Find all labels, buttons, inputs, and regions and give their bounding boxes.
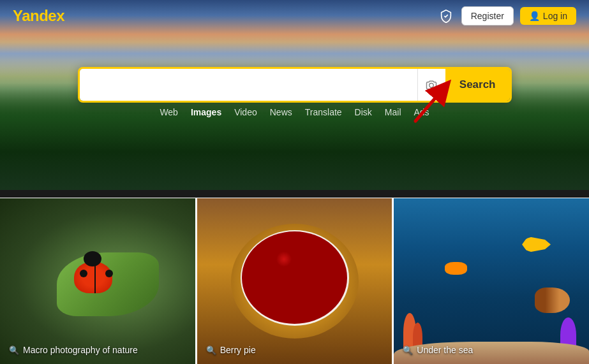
nav-translate[interactable]: Translate — [305, 107, 342, 117]
search-button[interactable]: Search — [445, 69, 510, 101]
sea-image — [394, 198, 589, 364]
caption-text-sea: Under the sea — [417, 345, 473, 355]
login-button[interactable]: 👤 Log in — [520, 7, 576, 25]
pie-base — [231, 224, 359, 339]
pie-berries — [242, 231, 347, 324]
svg-point-0 — [429, 84, 434, 88]
ladybug-image — [0, 198, 195, 364]
camera-search-button[interactable] — [417, 69, 445, 101]
ladybug-line — [94, 261, 96, 293]
pie-image — [197, 198, 392, 364]
nav-links: Web Images Video News Translate Disk Mai… — [160, 107, 429, 117]
caption-pie: 🔍 Berry pie — [206, 345, 256, 355]
nav-ads[interactable]: Ads — [414, 107, 429, 117]
caption-sea: 🔍 Under the sea — [403, 345, 473, 355]
search-box: Search — [78, 67, 512, 103]
search-input[interactable] — [80, 69, 417, 101]
nav-video[interactable]: Video — [234, 107, 257, 117]
yandex-logo: Yandex — [13, 7, 64, 25]
shield-icon — [437, 7, 455, 25]
nav-disk[interactable]: Disk — [355, 107, 372, 117]
fish-1 — [522, 237, 551, 252]
image-grid: 🔍 Macro photography of nature 🔍 Berry pi… — [0, 198, 589, 364]
search-caption-icon-sea: 🔍 — [403, 346, 413, 355]
user-icon: 👤 — [529, 11, 540, 21]
fish-3 — [535, 288, 570, 313]
nav-images[interactable]: Images — [191, 107, 221, 117]
search-area: Search — [78, 67, 512, 103]
grid-item-sea[interactable]: 🔍 Under the sea — [394, 198, 589, 364]
caption-ladybug: 🔍 Macro photography of nature — [9, 345, 138, 355]
grid-item-pie[interactable]: 🔍 Berry pie — [197, 198, 394, 364]
caption-text-pie: Berry pie — [220, 345, 256, 355]
lake-reflection — [0, 127, 589, 178]
search-caption-icon-pie: 🔍 — [206, 346, 216, 355]
nav-web[interactable]: Web — [160, 107, 178, 117]
search-caption-icon: 🔍 — [9, 346, 19, 355]
topbar-actions: Register 👤 Log in — [437, 6, 576, 25]
topbar: Yandex Register 👤 Log in — [0, 0, 589, 32]
dark-separator — [0, 190, 589, 198]
nav-mail[interactable]: Mail — [385, 107, 401, 117]
fish-2 — [445, 262, 467, 275]
login-label: Log in — [543, 11, 567, 21]
caption-text-ladybug: Macro photography of nature — [23, 345, 138, 355]
nav-news[interactable]: News — [270, 107, 292, 117]
ladybug-dot-2 — [105, 270, 113, 277]
grid-item-ladybug[interactable]: 🔍 Macro photography of nature — [0, 198, 197, 364]
register-button[interactable]: Register — [461, 6, 514, 25]
